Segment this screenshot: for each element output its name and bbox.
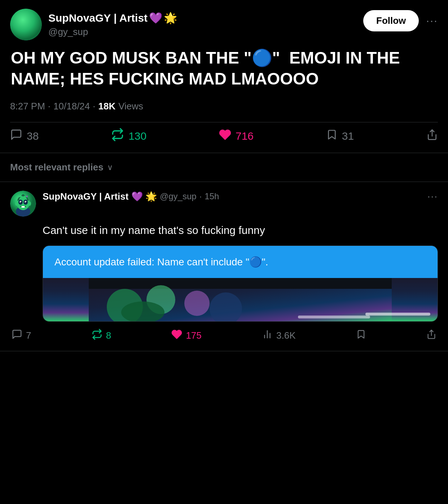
tweet-header-left: ✦ SupNovaGY | Artist 💜 🌟 @gy_sup <box>10 9 177 40</box>
svg-point-0 <box>10 9 42 40</box>
reply-like-count: 175 <box>186 330 201 341</box>
tweet-time: 8:27 PM <box>10 101 45 112</box>
svg-rect-31 <box>298 316 370 318</box>
svg-point-23 <box>21 202 21 203</box>
reply-share-action[interactable] <box>426 329 436 342</box>
main-tweet: ✦ SupNovaGY | Artist 💜 🌟 @gy_sup Follow … <box>0 0 448 153</box>
svg-point-8 <box>23 23 24 24</box>
svg-point-7 <box>28 22 30 24</box>
reply-actions: 7 8 175 <box>10 329 438 342</box>
reply-views-icon <box>262 329 273 342</box>
share-action[interactable] <box>426 129 438 143</box>
svg-point-11 <box>16 22 20 27</box>
tweet-text: OH MY GOD MUSK BAN THE "🔵" EMOJI IN THE … <box>10 48 438 89</box>
follow-button[interactable]: Follow <box>363 10 419 31</box>
reply-avatar[interactable]: ✦ <box>10 191 36 217</box>
reply-like-icon <box>171 329 182 342</box>
tweet-meta: 8:27 PM · 10/18/24 · 18K Views <box>10 101 438 112</box>
star-emoji: 🌟 <box>164 12 177 24</box>
reply-bookmark-action[interactable] <box>356 329 366 342</box>
comment-action[interactable]: 38 <box>10 129 39 144</box>
svg-text:✦: ✦ <box>25 194 28 199</box>
svg-point-1 <box>10 9 42 40</box>
display-name[interactable]: SupNovaGY | Artist 💜 🌟 <box>48 12 177 24</box>
reply-like-action[interactable]: 175 <box>171 329 201 342</box>
bookmark-count: 31 <box>342 130 354 142</box>
reply-header: ✦ SupNovaGY | Artist 💜 🌟 @gy_sup · 15h ·… <box>10 191 438 217</box>
reply-retweet-icon <box>92 329 102 342</box>
tweet-date: 10/18/24 <box>53 101 90 112</box>
views-count: 18K <box>98 101 116 112</box>
svg-point-12 <box>32 22 36 27</box>
reply-comment-action[interactable]: 7 <box>12 329 31 342</box>
reply-more-options[interactable]: ··· <box>427 191 438 202</box>
reply-time: 15h <box>205 191 219 201</box>
views-label: Views <box>118 101 143 112</box>
share-icon <box>426 129 438 143</box>
bookmark-action[interactable]: 31 <box>326 129 354 143</box>
reply-views-action[interactable]: 3.6K <box>262 329 296 342</box>
dot-separator: · <box>48 101 50 112</box>
avatar[interactable]: ✦ <box>10 9 42 40</box>
reply-image[interactable]: Account update failed: Name can't includ… <box>43 246 438 322</box>
tweet-header-right: Follow ··· <box>363 10 438 31</box>
reply-dot: · <box>199 191 202 201</box>
svg-point-2 <box>17 28 35 40</box>
svg-point-35 <box>184 291 210 316</box>
svg-point-26 <box>15 201 18 206</box>
reply-retweet-count: 8 <box>106 330 111 341</box>
svg-point-9 <box>29 23 30 24</box>
svg-rect-25 <box>21 206 25 208</box>
retweet-icon <box>111 128 124 144</box>
sort-label: Most relevant replies <box>10 162 104 173</box>
retweet-count: 130 <box>128 130 146 142</box>
tweet-actions: 38 130 716 <box>10 122 438 153</box>
chevron-down-icon: ∨ <box>107 163 113 172</box>
svg-text:✦: ✦ <box>29 13 33 19</box>
bookmark-icon <box>326 129 338 143</box>
like-icon <box>219 129 231 144</box>
svg-point-27 <box>28 201 31 206</box>
reply-tweet: ✦ SupNovaGY | Artist 💜 🌟 @gy_sup · 15h ·… <box>0 182 448 351</box>
reply-star: 🌟 <box>145 191 157 202</box>
purple-heart-emoji: 💜 <box>149 12 162 24</box>
tweet-header: ✦ SupNovaGY | Artist 💜 🌟 @gy_sup Follow … <box>10 9 438 40</box>
svg-point-6 <box>22 22 24 24</box>
error-text: Account update failed: Name can't includ… <box>54 256 268 268</box>
name-text: SupNovaGY | Artist <box>48 12 148 24</box>
retweet-action[interactable]: 130 <box>111 128 146 144</box>
reply-comment-icon <box>12 329 22 342</box>
reply-display-name[interactable]: SupNovaGY | Artist 💜 🌟 <box>43 191 157 202</box>
sort-section[interactable]: Most relevant replies ∨ <box>0 153 448 182</box>
username[interactable]: @gy_sup <box>48 26 177 38</box>
svg-point-4 <box>21 20 26 26</box>
user-info: SupNovaGY | Artist 💜 🌟 @gy_sup <box>48 12 177 38</box>
like-count: 716 <box>236 130 254 142</box>
comment-count: 38 <box>27 130 39 142</box>
svg-point-5 <box>26 20 31 26</box>
profile-screenshot <box>43 278 438 321</box>
reply-views-count: 3.6K <box>276 330 296 341</box>
more-options-icon[interactable]: ··· <box>426 14 438 27</box>
dot-separator2: · <box>93 101 95 112</box>
like-action[interactable]: 716 <box>219 129 254 144</box>
reply-user-info: SupNovaGY | Artist 💜 🌟 @gy_sup · 15h ··· <box>43 191 438 202</box>
reply-share-icon <box>426 329 436 342</box>
comment-icon <box>10 129 22 144</box>
reply-bookmark-icon <box>356 329 366 342</box>
reply-retweet-action[interactable]: 8 <box>92 329 111 342</box>
svg-point-3 <box>18 15 34 32</box>
svg-rect-10 <box>24 27 28 29</box>
reply-text: Can't use it in my name that's so fuckin… <box>43 222 438 238</box>
reply-name-row: SupNovaGY | Artist 💜 🌟 @gy_sup · 15h ··· <box>43 191 438 202</box>
svg-point-24 <box>26 202 26 203</box>
error-banner: Account update failed: Name can't includ… <box>43 246 438 278</box>
reply-username[interactable]: @gy_sup <box>160 191 197 201</box>
reply-comment-count: 7 <box>26 330 31 341</box>
reply-purple-heart: 💜 <box>131 191 143 202</box>
reply-name-text: SupNovaGY | Artist <box>43 191 128 202</box>
